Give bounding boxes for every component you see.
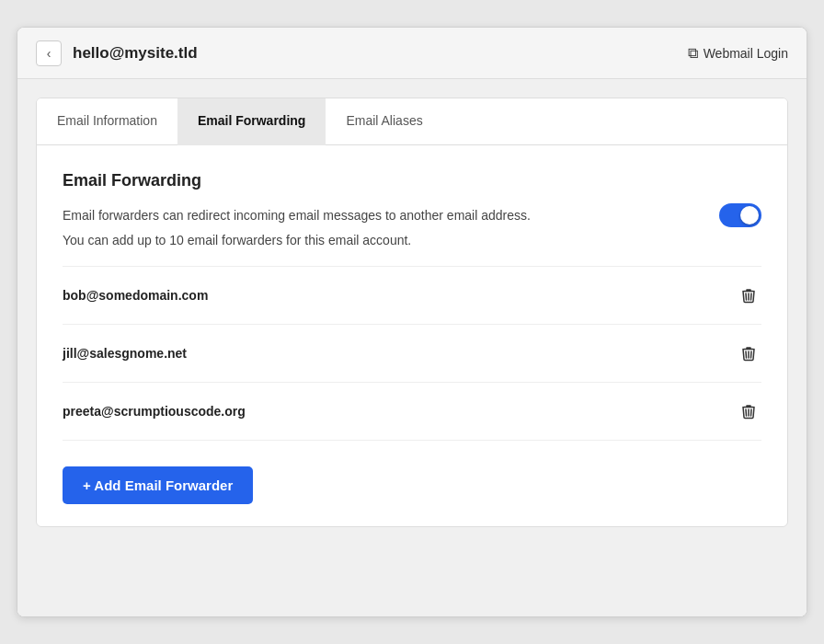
forwarder-email: jill@salesgnome.net xyxy=(63,346,187,361)
tab-email-aliases[interactable]: Email Aliases xyxy=(326,98,442,145)
trash-icon xyxy=(741,345,756,362)
tabs-bar: Email Information Email Forwarding Email… xyxy=(37,98,787,145)
main-window: ‹ hello@mysite.tld ⧉ Webmail Login Email… xyxy=(17,27,807,617)
add-email-forwarder-button[interactable]: + Add Email Forwarder xyxy=(63,466,253,504)
forwarding-toggle[interactable] xyxy=(719,203,761,227)
trash-icon xyxy=(741,287,756,304)
header-left: ‹ hello@mysite.tld xyxy=(36,40,198,66)
external-link-icon: ⧉ xyxy=(688,45,698,62)
forwarder-item: preeta@scrumptiouscode.org xyxy=(63,383,761,441)
forwarder-item: bob@somedomain.com xyxy=(63,267,761,325)
main-card: Email Information Email Forwarding Email… xyxy=(36,98,788,527)
trash-icon xyxy=(741,403,756,420)
forwarder-item: jill@salesgnome.net xyxy=(63,325,761,383)
toggle-track xyxy=(719,203,761,227)
description-text: Email forwarders can redirect incoming e… xyxy=(63,208,531,223)
header: ‹ hello@mysite.tld ⧉ Webmail Login xyxy=(17,28,807,79)
forwarder-email: bob@somedomain.com xyxy=(63,288,208,303)
card-body: Email Forwarding Email forwarders can re… xyxy=(37,145,787,526)
delete-forwarder-button[interactable] xyxy=(736,283,761,307)
description-row: Email forwarders can redirect incoming e… xyxy=(63,203,761,227)
description-sub: You can add up to 10 email forwarders fo… xyxy=(63,233,761,247)
delete-forwarder-button[interactable] xyxy=(736,341,761,365)
webmail-login-link[interactable]: ⧉ Webmail Login xyxy=(688,45,788,62)
section-title: Email Forwarding xyxy=(63,171,761,190)
toggle-thumb xyxy=(740,206,759,224)
content-area: Email Information Email Forwarding Email… xyxy=(17,79,807,616)
forwarder-email: preeta@scrumptiouscode.org xyxy=(63,404,246,419)
account-title: hello@mysite.tld xyxy=(73,44,198,63)
tab-email-forwarding[interactable]: Email Forwarding xyxy=(177,98,326,145)
back-button[interactable]: ‹ xyxy=(36,40,62,66)
forwarder-list: bob@somedomain.com jill@salesgnome.net p… xyxy=(63,266,761,441)
tab-email-information[interactable]: Email Information xyxy=(37,98,177,145)
webmail-login-label: Webmail Login xyxy=(704,46,788,61)
delete-forwarder-button[interactable] xyxy=(736,399,761,423)
